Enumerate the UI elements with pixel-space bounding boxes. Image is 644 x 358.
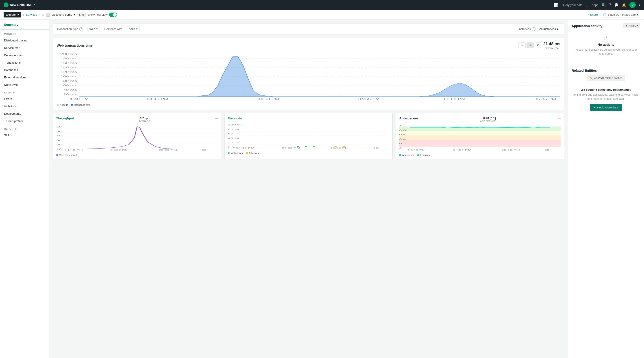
sidebar-item-service-map[interactable]: Service map: [0, 44, 49, 51]
time-picker[interactable]: 🕐 Since 30 minutes ago ▾: [601, 12, 640, 17]
svg-text:04:40 PM: 04:40 PM: [64, 149, 83, 151]
tx-type-chevron: ▾: [96, 27, 98, 31]
svg-text:30: 30: [56, 139, 62, 141]
query-data-link[interactable]: Query your data: [562, 3, 582, 7]
services-link[interactable]: Services: [26, 13, 37, 16]
svg-text:60: 60: [56, 126, 62, 128]
apdex-chart-card: Apdex score 0.98 [0.1] APP SERVER ···: [396, 113, 564, 160]
sidebar-item-dependencies[interactable]: Dependencies: [0, 51, 49, 59]
svg-text:140 ms: 140 ms: [60, 66, 77, 69]
svg-text:04:40 PM: 04:40 PM: [236, 147, 254, 149]
bell-icon[interactable]: 🔔: [622, 3, 626, 7]
sidebar-item-node-vms[interactable]: Node VMs: [0, 81, 49, 88]
svg-text:05:00 PM: 05:00 PM: [330, 147, 348, 149]
legend-app-server-dot: [399, 154, 401, 156]
legend-web-throughput-label: Web throughput: [59, 154, 77, 156]
no-activity-title: No activity: [574, 42, 638, 46]
add-more-data-button[interactable]: + + Add more data: [590, 104, 622, 111]
service-tag[interactable]: 🏷 5: [77, 12, 86, 17]
related-detect-title: We couldn't detect any relationships: [572, 88, 640, 91]
instances-dropdown[interactable]: All Instances ▾: [537, 26, 560, 32]
sidebar-item-databases[interactable]: Databases: [0, 66, 49, 74]
svg-text:40: 40: [56, 135, 62, 137]
related-entities-section: Related Entities ✏️ Add/edit related ent…: [572, 68, 640, 111]
tx-type-dropdown[interactable]: Web ▾: [88, 26, 100, 32]
square-icon[interactable]: ⬜: [46, 13, 50, 16]
legend-web-throughput-dot: [56, 154, 58, 156]
related-detect-text: To find front-end applications, back-end…: [572, 93, 640, 101]
pct-icon: %: [536, 44, 539, 47]
sidebar-item-distributed-tracing[interactable]: Distributed tracing: [0, 37, 49, 44]
add-edit-entities-button[interactable]: ✏️ Add/edit related entities: [587, 75, 625, 81]
chevron-down-icon[interactable]: ▾: [639, 3, 640, 7]
sidebar-item-external-services[interactable]: External services: [0, 74, 49, 81]
chart-pct-btn[interactable]: %: [534, 42, 541, 48]
chart-line-btn[interactable]: [518, 42, 526, 48]
filters-button[interactable]: ▼ Filters ▾: [623, 23, 640, 28]
sidebar-item-thread-profiler[interactable]: Thread profiler: [0, 117, 49, 125]
bar-chart-icon: [528, 43, 532, 47]
service-name-text[interactable]: discovery-demo: [52, 13, 72, 16]
legend-end-user-label: End user: [420, 154, 430, 156]
sidebar-item-transactions[interactable]: Transactions: [0, 59, 49, 66]
instances-help[interactable]: ?: [532, 27, 536, 31]
svg-point-58: [313, 146, 315, 147]
web-tx-legend: Node.js Response time: [57, 103, 560, 106]
svg-text:60 %: 60 %: [228, 133, 239, 135]
toggle-knob: [113, 13, 116, 16]
sidebar: Summary MONITOR Distributed tracing Serv…: [0, 20, 49, 358]
explorer-button[interactable]: Explorer ▾: [4, 12, 21, 17]
web-tx-svg: 200 ms 180 ms 160 ms 140 ms 120 ms 100 m…: [57, 52, 560, 101]
search-icon[interactable]: 🔍: [602, 3, 606, 7]
svg-text:60 ms: 60 ms: [63, 84, 77, 87]
svg-text:80 ms: 80 ms: [63, 80, 77, 82]
throughput-menu[interactable]: ···: [215, 116, 218, 120]
sidebar-item-violations[interactable]: Violations: [0, 103, 49, 110]
add-edit-label: Add/edit related entities: [594, 77, 622, 80]
tx-type-help[interactable]: ?: [80, 27, 83, 31]
sidebar-item-errors[interactable]: Errors: [0, 95, 49, 103]
throughput-title: Throughput: [56, 116, 74, 120]
breadcrumb-bar: Explorer ▾ / Services / ☆ ⬜ discovery-de…: [0, 10, 644, 20]
share-button[interactable]: ↑ Share: [588, 13, 598, 16]
help-icon[interactable]: ?: [609, 3, 611, 7]
svg-text:05:00 PM: 05:00 PM: [158, 149, 177, 151]
sidebar-item-summary[interactable]: Summary: [0, 20, 49, 30]
sidebar-label-external-services: External services: [4, 76, 26, 79]
svg-text:80 %: 80 %: [228, 128, 239, 130]
add-data-label: + Add more data: [597, 106, 618, 109]
refresh-icon[interactable]: ↺: [574, 35, 638, 41]
svg-text:04:45 PM: 04:45 PM: [147, 98, 168, 101]
legend-response-time-label: Response time: [74, 103, 90, 106]
svg-text:04:55 PM: 04:55 PM: [358, 98, 380, 101]
chat-icon[interactable]: 💬: [614, 3, 619, 7]
chart-icon[interactable]: 📊: [554, 3, 558, 7]
svg-text:10: 10: [56, 148, 62, 150]
sidebar-item-deployments[interactable]: Deployments: [0, 110, 49, 117]
svg-text:05:00 PM: 05:00 PM: [444, 98, 465, 101]
star-icon[interactable]: ☆: [42, 13, 44, 16]
pencil-icon: ✏️: [590, 77, 593, 80]
grid-icon[interactable]: ⊞: [586, 3, 588, 7]
no-activity-block: ↺ No activity To see more activity, try …: [572, 31, 640, 60]
apdex-menu[interactable]: ···: [558, 116, 561, 120]
svg-text:20 ms: 20 ms: [63, 93, 77, 96]
svg-text:05:: 05:: [373, 147, 379, 149]
tx-type-value: Web: [90, 27, 96, 31]
apps-label[interactable]: Apps: [592, 3, 598, 7]
legend-web-errors-label: Web errors: [231, 152, 243, 154]
avatar[interactable]: U: [630, 2, 636, 8]
show-new-toggle[interactable]: [109, 12, 117, 17]
chart-bar-btn[interactable]: [526, 42, 534, 48]
svg-text:20 %: 20 %: [228, 142, 239, 144]
svg-text:05:05 PM: 05:05 PM: [534, 98, 556, 101]
sidebar-item-sla[interactable]: SLA: [0, 131, 49, 139]
compare-dropdown[interactable]: none ▾: [127, 26, 140, 32]
main-layout: Summary MONITOR Distributed tracing Serv…: [0, 20, 644, 358]
panel-divider: [572, 66, 640, 66]
svg-rect-1: [530, 44, 530, 46]
error-rate-menu[interactable]: ···: [386, 116, 389, 120]
show-new-label: Show new view: [88, 13, 108, 16]
time-label: Since 30 minutes ago: [608, 13, 636, 16]
tag-count: 5: [82, 13, 84, 16]
